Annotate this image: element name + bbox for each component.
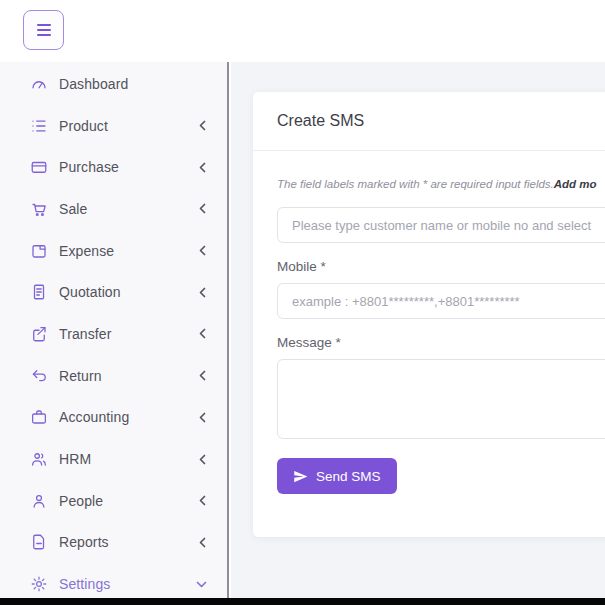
transfer-icon bbox=[30, 325, 48, 343]
sidebar-item-label: Product bbox=[59, 118, 198, 134]
sidebar-item-dashboard[interactable]: Dashboard bbox=[0, 63, 227, 105]
hrm-icon bbox=[30, 450, 48, 468]
sidebar-item-transfer[interactable]: Transfer bbox=[0, 313, 227, 355]
required-fields-note: The field labels marked with * are requi… bbox=[277, 178, 605, 190]
sidebar-item-expense[interactable]: Expense bbox=[0, 230, 227, 272]
bottom-black-bar bbox=[0, 598, 605, 605]
chevron-left-icon bbox=[198, 162, 207, 173]
paper-plane-icon bbox=[293, 469, 308, 484]
message-label: Message * bbox=[277, 335, 605, 350]
send-sms-button[interactable]: Send SMS bbox=[277, 458, 397, 494]
topbar bbox=[0, 0, 605, 62]
main-content: Create SMS The field labels marked with … bbox=[231, 62, 605, 598]
page-title: Create SMS bbox=[253, 92, 605, 151]
chevron-left-icon bbox=[198, 495, 207, 506]
sidebar-item-label: People bbox=[59, 493, 198, 509]
sidebar-item-label: Settings bbox=[59, 576, 196, 592]
message-textarea[interactable] bbox=[277, 359, 605, 439]
chevron-left-icon bbox=[198, 328, 207, 339]
return-icon bbox=[30, 367, 48, 385]
sidebar-item-label: HRM bbox=[59, 451, 198, 467]
sidebar: Dashboard Product Purchase Sale Expen bbox=[0, 62, 229, 605]
sidebar-item-label: Purchase bbox=[59, 159, 198, 175]
sale-icon bbox=[30, 200, 48, 218]
sidebar-item-label: Transfer bbox=[59, 326, 198, 342]
dashboard-icon bbox=[30, 75, 48, 93]
chevron-left-icon bbox=[198, 454, 207, 465]
chevron-down-icon bbox=[196, 580, 207, 589]
sidebar-item-return[interactable]: Return bbox=[0, 355, 227, 397]
customer-search-input[interactable] bbox=[277, 207, 605, 243]
settings-icon bbox=[30, 575, 48, 593]
create-sms-card: Create SMS The field labels marked with … bbox=[253, 92, 605, 537]
sidebar-item-label: Quotation bbox=[59, 284, 198, 300]
chevron-left-icon bbox=[198, 412, 207, 423]
sidebar-item-people[interactable]: People bbox=[0, 480, 227, 522]
reports-icon bbox=[30, 533, 48, 551]
mobile-label: Mobile * bbox=[277, 259, 605, 274]
sidebar-item-accounting[interactable]: Accounting bbox=[0, 397, 227, 439]
chevron-left-icon bbox=[198, 203, 207, 214]
sidebar-item-label: Reports bbox=[59, 534, 198, 550]
chevron-left-icon bbox=[198, 537, 207, 548]
quotation-icon bbox=[30, 283, 48, 301]
sidebar-item-product[interactable]: Product bbox=[0, 105, 227, 147]
people-icon bbox=[30, 492, 48, 510]
sidebar-item-label: Accounting bbox=[59, 409, 198, 425]
sidebar-item-reports[interactable]: Reports bbox=[0, 522, 227, 564]
create-sms-form: The field labels marked with * are requi… bbox=[253, 151, 605, 494]
sidebar-item-quotation[interactable]: Quotation bbox=[0, 271, 227, 313]
sidebar-item-hrm[interactable]: HRM bbox=[0, 438, 227, 480]
sidebar-item-label: Sale bbox=[59, 201, 198, 217]
sidebar-item-label: Dashboard bbox=[59, 76, 207, 92]
menu-toggle-button[interactable] bbox=[23, 10, 64, 50]
product-icon bbox=[30, 117, 48, 135]
accounting-icon bbox=[30, 408, 48, 426]
chevron-left-icon bbox=[198, 120, 207, 131]
sidebar-item-label: Expense bbox=[59, 243, 198, 259]
sidebar-item-sale[interactable]: Sale bbox=[0, 188, 227, 230]
purchase-icon bbox=[30, 158, 48, 176]
sidebar-item-label: Return bbox=[59, 368, 198, 384]
chevron-left-icon bbox=[198, 287, 207, 298]
chevron-left-icon bbox=[198, 370, 207, 381]
send-sms-button-label: Send SMS bbox=[316, 469, 381, 484]
expense-icon bbox=[30, 242, 48, 260]
sidebar-item-purchase[interactable]: Purchase bbox=[0, 146, 227, 188]
chevron-left-icon bbox=[198, 245, 207, 256]
hamburger-icon bbox=[37, 24, 51, 27]
mobile-input[interactable] bbox=[277, 283, 605, 319]
